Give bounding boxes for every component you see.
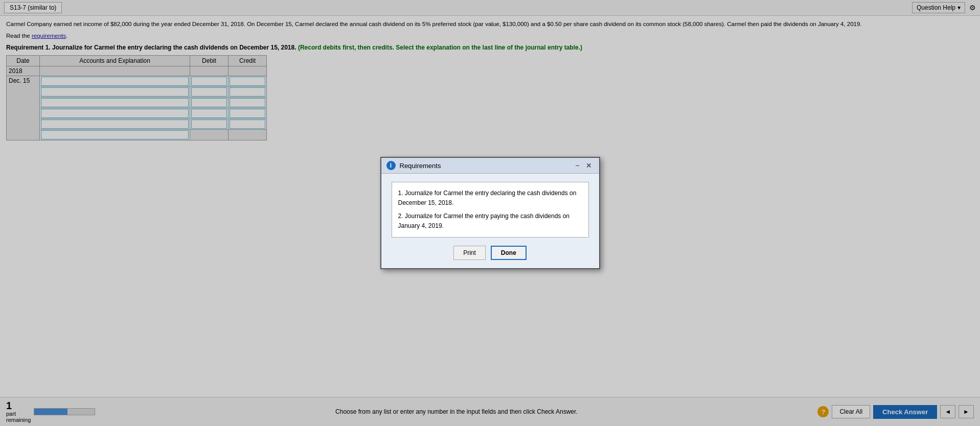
modal-overlay: i Requirements − ✕ 1. Journalize for Car…: [0, 0, 980, 150]
